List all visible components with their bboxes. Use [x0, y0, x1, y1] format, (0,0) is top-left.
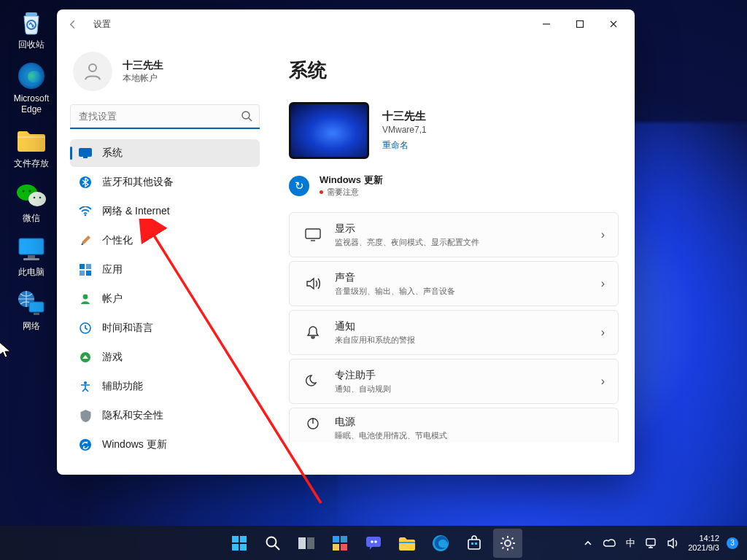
svg-point-29	[84, 381, 87, 384]
file-explorer-button[interactable]	[392, 529, 422, 558]
sidebar-item-accessibility[interactable]: 辅助功能	[70, 373, 260, 400]
start-button[interactable]	[225, 529, 254, 558]
user-account-block[interactable]: 十三先生 本地帐户	[73, 52, 260, 91]
svg-rect-15	[577, 21, 584, 28]
device-thumbnail	[289, 102, 369, 159]
window-title: 设置	[93, 18, 111, 31]
sidebar-item-privacy[interactable]: 隐私和安全性	[70, 402, 260, 429]
ime-indicator[interactable]: 中	[624, 536, 637, 551]
sidebar-item-bluetooth[interactable]: 蓝牙和其他设备	[70, 168, 260, 196]
store-button[interactable]	[460, 529, 489, 558]
user-name: 十三先生	[123, 59, 163, 72]
task-view-button[interactable]	[292, 529, 321, 558]
svg-rect-42	[341, 536, 347, 542]
tray-network-icon[interactable]	[644, 536, 659, 551]
sidebar-item-label: 游戏	[102, 351, 123, 364]
sidebar-item-system[interactable]: 系统	[70, 139, 260, 167]
settings-window: 设置 十三先生 本地帐户	[57, 9, 635, 475]
device-name: 十三先生	[382, 109, 427, 123]
update-sync-icon: ↻	[289, 176, 309, 196]
svg-rect-19	[83, 157, 88, 158]
desktop-label: Microsoft Edge	[6, 93, 57, 114]
svg-rect-52	[475, 542, 477, 545]
sidebar-item-accounts[interactable]: 帐户	[70, 285, 260, 313]
card-title: 专注助手	[335, 369, 391, 382]
tray-volume-icon[interactable]	[666, 536, 681, 551]
clock-date: 2021/9/3	[688, 543, 719, 553]
taskbar-search[interactable]	[258, 529, 287, 558]
sidebar-item-personalization[interactable]: 个性化	[70, 227, 260, 254]
close-button[interactable]	[597, 13, 630, 35]
sidebar-item-label: 时间和语言	[102, 322, 153, 335]
user-subtitle: 本地帐户	[123, 72, 163, 85]
search-input[interactable]	[70, 104, 260, 129]
settings-taskbar-button[interactable]	[493, 529, 522, 558]
widgets-button[interactable]	[325, 529, 355, 558]
svg-rect-9	[19, 238, 44, 254]
svg-rect-13	[29, 302, 44, 312]
sidebar-item-windows-update[interactable]: Windows 更新	[70, 431, 260, 459]
page-title: 系统	[289, 58, 619, 83]
desktop-icon-edge[interactable]: Microsoft Edge	[6, 60, 57, 114]
svg-rect-50	[468, 540, 480, 549]
sidebar-item-time-language[interactable]: 时间和语言	[70, 314, 260, 342]
rename-link[interactable]: 重命名	[382, 139, 427, 152]
card-notifications[interactable]: 通知来自应用和系统的警报 ›	[289, 310, 619, 355]
device-model: VMware7,1	[382, 125, 427, 135]
windows-update-status[interactable]: ↻ Windows 更新 需要注意	[289, 174, 619, 198]
card-sound[interactable]: 声音音量级别、输出、输入、声音设备 ›	[289, 261, 619, 306]
tray-onedrive-icon[interactable]	[603, 536, 617, 551]
sidebar-item-network[interactable]: 网络 & Internet	[70, 198, 260, 225]
svg-rect-31	[306, 229, 320, 238]
shield-icon	[79, 409, 92, 422]
accessibility-icon	[79, 380, 92, 393]
card-title: 电源	[335, 416, 447, 429]
recycle-bin-icon	[15, 6, 47, 38]
card-subtitle: 睡眠、电池使用情况、节电模式	[335, 430, 447, 441]
taskbar-center	[225, 529, 522, 558]
chevron-right-icon: ›	[601, 228, 605, 241]
minimize-button[interactable]	[530, 13, 563, 35]
notification-badge[interactable]: 3	[727, 537, 738, 549]
desktop-icon-wechat[interactable]: 微信	[6, 179, 57, 223]
desktop-icon-folder-filestore[interactable]: 文件存放	[6, 125, 57, 168]
svg-rect-43	[333, 544, 339, 551]
desktop-icon-this-pc[interactable]: 此电脑	[6, 233, 57, 277]
svg-point-46	[371, 540, 374, 543]
card-title: 通知	[335, 320, 415, 333]
chat-button[interactable]	[359, 529, 388, 558]
svg-point-17	[242, 112, 249, 119]
card-display[interactable]: 显示监视器、亮度、夜间模式、显示配置文件 ›	[289, 212, 619, 257]
svg-rect-39	[298, 537, 306, 549]
svg-rect-22	[80, 264, 85, 269]
sidebar-item-gaming[interactable]: 游戏	[70, 343, 260, 371]
wechat-icon	[15, 179, 47, 211]
system-icon	[79, 147, 92, 160]
search-icon	[241, 110, 252, 125]
svg-point-4	[28, 192, 46, 206]
edge-taskbar-button[interactable]	[426, 529, 455, 558]
svg-point-38	[267, 537, 276, 546]
maximize-button[interactable]	[563, 13, 597, 35]
desktop-icon-network[interactable]: 网络	[6, 287, 57, 331]
update-icon	[79, 438, 92, 451]
sidebar-item-label: 隐私和安全性	[102, 409, 163, 422]
card-focus-assist[interactable]: 专注助手通知、自动规则 ›	[289, 359, 619, 404]
back-button[interactable]	[63, 14, 83, 34]
network-globe-icon	[15, 287, 47, 319]
chevron-right-icon: ›	[601, 326, 605, 339]
tray-overflow[interactable]	[581, 536, 595, 551]
desktop-icons: 回收站 Microsoft Edge 文件存放 微信 此电脑 网络	[6, 6, 57, 342]
sidebar-item-apps[interactable]: 应用	[70, 256, 260, 284]
card-power[interactable]: 电源睡眠、电池使用情况、节电模式	[289, 408, 619, 443]
windows-update-subtitle: 需要注意	[320, 187, 383, 198]
desktop-icon-recycle-bin[interactable]: 回收站	[6, 6, 57, 50]
settings-cards: 显示监视器、亮度、夜间模式、显示配置文件 › 声音音量级别、输出、输入、声音设备…	[289, 212, 619, 443]
sidebar-item-label: 个性化	[102, 234, 133, 247]
svg-point-26	[83, 295, 88, 300]
svg-rect-41	[333, 536, 339, 542]
taskbar-clock[interactable]: 14:12 2021/9/3	[688, 534, 719, 552]
mouse-cursor-icon	[0, 341, 12, 359]
svg-rect-18	[79, 148, 92, 157]
svg-point-6	[28, 190, 31, 192]
